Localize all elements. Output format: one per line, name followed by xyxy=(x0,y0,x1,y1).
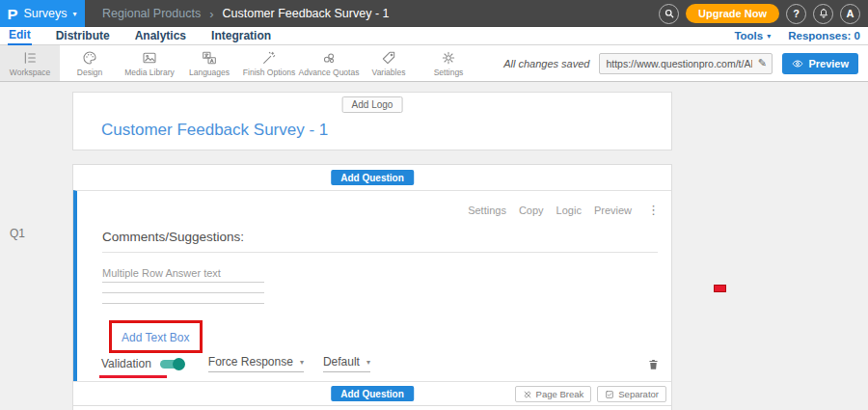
next-section-card xyxy=(72,405,672,410)
question-card: Settings Copy Logic Preview ⋮ Comments/S… xyxy=(73,190,671,381)
menu-bar: Edit Distribute Analytics Integration To… xyxy=(0,27,868,45)
add-text-box-highlight: Add Text Box xyxy=(109,320,203,353)
account-avatar[interactable]: A xyxy=(840,4,860,24)
question-copy-link[interactable]: Copy xyxy=(519,205,544,216)
questionpro-logo: P xyxy=(8,6,18,22)
add-question-button-top[interactable]: Add Question xyxy=(331,170,414,185)
responses-count[interactable]: Responses: 0 xyxy=(788,30,860,41)
toolbar-item-design[interactable]: Design xyxy=(60,45,120,81)
menubar-right: Tools ▾ Responses: 0 xyxy=(734,30,860,41)
magic-wand-icon xyxy=(261,50,277,66)
breadcrumb-parent[interactable]: Regional Products xyxy=(102,7,201,20)
chevron-down-icon: ▾ xyxy=(366,358,370,367)
toolbar-label: Design xyxy=(77,68,102,77)
translate-icon xyxy=(202,50,217,66)
tab-integration[interactable]: Integration xyxy=(210,28,272,44)
survey-header-card: Add Logo Customer Feedback Survey - 1 xyxy=(72,92,672,150)
toolbar-item-settings[interactable]: Settings xyxy=(419,45,478,81)
survey-editor-window: P Surveys ▾ Regional Products › Customer… xyxy=(0,0,868,410)
eye-icon xyxy=(792,58,803,69)
help-button[interactable]: ? xyxy=(786,4,806,24)
validation-toggle[interactable] xyxy=(160,358,185,370)
search-icon xyxy=(664,8,675,19)
validation-label: Validation xyxy=(101,357,151,370)
validation-row: Validation Force Response ▾ Default ▾ xyxy=(101,353,660,374)
breadcrumb-current: Customer Feedback Survey - 1 xyxy=(223,7,390,20)
delete-question-button[interactable] xyxy=(647,357,660,371)
preview-label: Preview xyxy=(808,58,849,69)
tools-menu[interactable]: Tools ▾ xyxy=(734,30,771,41)
question-section: Add Question Settings Copy Logic Preview… xyxy=(72,164,672,406)
tab-edit[interactable]: Edit xyxy=(8,27,32,45)
toolbar-label: Variables xyxy=(372,68,406,77)
save-status: All changes saved xyxy=(503,58,589,69)
search-button[interactable] xyxy=(659,4,679,24)
top-bar: P Surveys ▾ Regional Products › Customer… xyxy=(0,0,868,27)
question-settings-link[interactable]: Settings xyxy=(468,205,506,216)
workspace-icon xyxy=(22,50,38,66)
force-response-dropdown[interactable]: Force Response ▾ xyxy=(208,355,304,372)
separator-label: Separator xyxy=(618,389,659,399)
chain-links-icon xyxy=(321,50,337,66)
toolbar-item-languages[interactable]: Languages xyxy=(179,45,239,81)
checkbox-icon xyxy=(605,390,614,399)
tab-analytics[interactable]: Analytics xyxy=(134,28,187,44)
toolbar-item-workspace[interactable]: Workspace xyxy=(0,45,60,81)
separator-button[interactable]: Separator xyxy=(597,386,666,402)
survey-url[interactable]: https://www.questionpro.com/t/APNrfZ xyxy=(600,58,752,69)
answer-row-1[interactable]: Multiple Row Answer text xyxy=(102,267,264,283)
survey-canvas: Q1 Add Logo Customer Feedback Survey - 1… xyxy=(0,82,868,410)
tools-label: Tools xyxy=(734,30,763,41)
default-dropdown[interactable]: Default ▾ xyxy=(323,355,370,372)
upgrade-now-button[interactable]: Upgrade Now xyxy=(686,4,779,23)
toolbar-item-finish-options[interactable]: Finish Options xyxy=(239,45,299,81)
question-logic-link[interactable]: Logic xyxy=(556,205,582,216)
add-question-strip-bottom: Add Question Page Break Separator xyxy=(73,381,671,405)
toggle-knob xyxy=(173,358,185,370)
toolbar-right: All changes saved https://www.questionpr… xyxy=(503,45,868,81)
add-text-box-link[interactable]: Add Text Box xyxy=(122,331,190,344)
red-annotation-underline xyxy=(99,375,167,378)
notifications-button[interactable] xyxy=(813,4,833,24)
tab-distribute[interactable]: Distribute xyxy=(55,28,111,44)
edit-url-button[interactable]: ✎ xyxy=(752,54,772,73)
footer-buttons: Page Break Separator xyxy=(515,386,666,402)
question-actions: Settings Copy Logic Preview ⋮ xyxy=(468,203,660,217)
kebab-menu-icon[interactable]: ⋮ xyxy=(647,203,660,217)
gear-icon xyxy=(441,50,456,66)
palette-icon xyxy=(82,50,97,66)
question-text[interactable]: Comments/Suggestions: xyxy=(102,230,658,253)
page-break-icon xyxy=(523,390,532,399)
default-label: Default xyxy=(323,355,360,369)
preview-button[interactable]: Preview xyxy=(782,53,858,74)
answer-row-2[interactable] xyxy=(102,283,264,293)
force-response-label: Force Response xyxy=(208,355,293,369)
add-logo-button[interactable]: Add Logo xyxy=(342,96,403,113)
page-break-button[interactable]: Page Break xyxy=(515,386,592,402)
trash-icon xyxy=(647,357,660,371)
chevron-down-icon: ▾ xyxy=(73,10,77,18)
toolbar-label: Media Library xyxy=(124,68,175,77)
chevron-down-icon: ▾ xyxy=(300,358,304,367)
tag-icon xyxy=(381,50,396,66)
toolbar-item-media-library[interactable]: Media Library xyxy=(120,45,179,81)
chevron-right-icon: › xyxy=(209,7,213,21)
toolbar-item-variables[interactable]: Variables xyxy=(359,45,419,81)
toolbar-label: Finish Options xyxy=(243,68,295,77)
app-menu-label: Surveys xyxy=(23,7,67,20)
page-break-label: Page Break xyxy=(536,389,584,399)
question-number: Q1 xyxy=(10,227,25,240)
survey-url-box: https://www.questionpro.com/t/APNrfZ ✎ xyxy=(599,53,773,74)
chevron-down-icon: ▾ xyxy=(767,32,771,41)
surveys-app-menu[interactable]: P Surveys ▾ xyxy=(0,0,85,27)
survey-title[interactable]: Customer Feedback Survey - 1 xyxy=(101,121,328,140)
add-question-button-bottom[interactable]: Add Question xyxy=(331,386,414,401)
toolbar-label: Settings xyxy=(434,68,464,77)
toolbar-item-advance-quotas[interactable]: Advance Quotas xyxy=(299,45,359,81)
toolbar-label: Languages xyxy=(189,68,230,77)
add-question-strip-top: Add Question xyxy=(73,165,671,190)
question-preview-link[interactable]: Preview xyxy=(594,205,632,216)
bell-icon xyxy=(818,8,829,19)
answer-row-3[interactable] xyxy=(102,293,264,304)
red-annotation-mark xyxy=(714,285,726,292)
